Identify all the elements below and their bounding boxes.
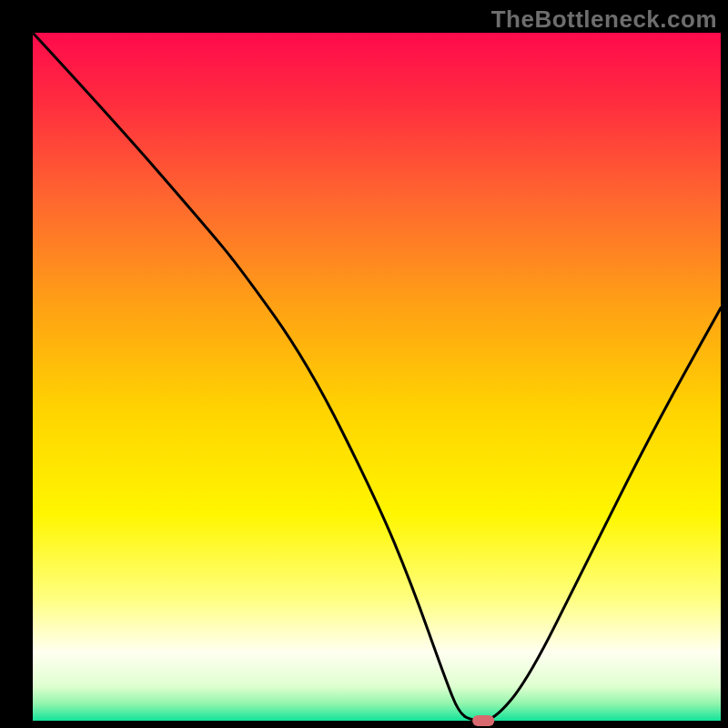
- watermark-text: TheBottleneck.com: [491, 5, 717, 34]
- chart-svg: [0, 0, 728, 728]
- gradient-background: [33, 33, 721, 721]
- bottleneck-chart: TheBottleneck.com: [0, 0, 728, 728]
- optimum-marker: [472, 715, 494, 726]
